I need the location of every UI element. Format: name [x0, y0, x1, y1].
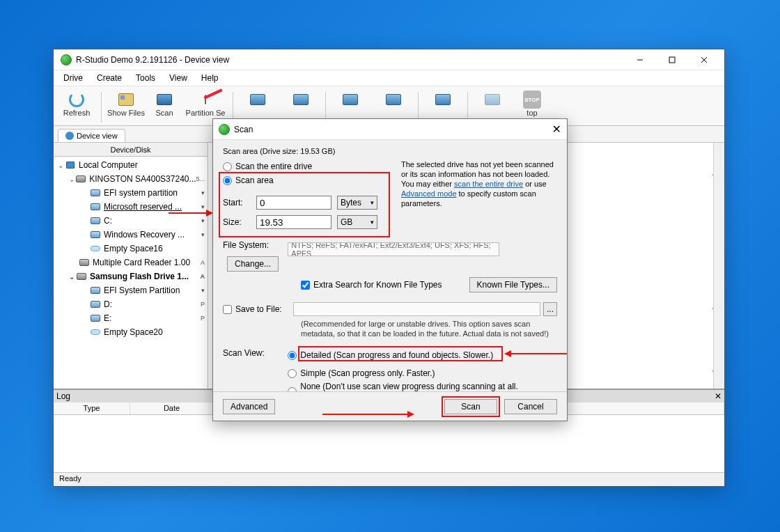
maximize-button[interactable]	[656, 49, 688, 70]
toolbar-scan[interactable]: Scan	[150, 89, 178, 117]
drive-icon	[293, 94, 309, 105]
volume-icon	[91, 287, 100, 294]
start-label: Start:	[223, 198, 251, 208]
network-icon	[435, 94, 451, 105]
scan-button[interactable]: Scan	[444, 399, 497, 414]
link-advanced-mode[interactable]: Advanced mode	[401, 189, 457, 198]
computer-icon	[66, 162, 75, 169]
save-to-file-checkbox[interactable]	[223, 305, 232, 314]
properties-scrollbar[interactable]	[713, 143, 724, 389]
toolbar-stop[interactable]: STOP top	[517, 89, 547, 117]
volume-icon	[91, 217, 100, 224]
dialog-titlebar: Scan ✕	[213, 119, 567, 140]
drive-icon	[343, 94, 358, 105]
node-microsoft-reserved[interactable]: Microsoft reserved ...	[104, 202, 182, 212]
radio-view-none[interactable]: None (Don't use scan view progress durin…	[288, 384, 552, 391]
log-col-type[interactable]: Type	[54, 402, 130, 414]
raid-icon	[386, 94, 401, 105]
toolbar-create-image[interactable]	[239, 89, 276, 117]
volume-icon	[91, 231, 100, 238]
tree-panel: Device/Disk ⌄Local Computer ⌄KINGSTON SA…	[54, 143, 208, 389]
menu-create[interactable]: Create	[91, 72, 127, 84]
drive-icon	[485, 94, 500, 105]
toolbar-create-region[interactable]	[332, 89, 369, 117]
node-card-reader[interactable]: Multiple Card Reader 1.00	[93, 258, 190, 267]
close-button[interactable]	[688, 49, 720, 70]
log-col-date[interactable]: Date	[130, 402, 214, 414]
dialog-footer: Advanced Scan Cancel	[213, 391, 567, 421]
toolbar-partition-label: Partition Se	[186, 109, 226, 117]
node-kingston[interactable]: KINGSTON SA400S37240...	[89, 174, 196, 184]
radio-view-simple[interactable]: Simple (Scan progress only. Faster.)	[288, 366, 552, 380]
disk-icon	[77, 273, 86, 280]
tree-header: Device/Disk	[54, 143, 208, 157]
size-input[interactable]	[256, 215, 332, 229]
node-windows-recovery[interactable]: Windows Recovery ...	[104, 230, 185, 240]
node-drive-e[interactable]: E:	[104, 313, 111, 323]
radio-scan-area[interactable]: Scan area	[223, 173, 389, 187]
minimize-button[interactable]	[624, 49, 656, 70]
node-empty-16[interactable]: Empty Space16	[104, 244, 163, 253]
toolbar-remove[interactable]	[474, 89, 511, 117]
toolbar-raid[interactable]	[375, 89, 412, 117]
menu-help[interactable]: Help	[196, 72, 224, 84]
save-to-file-label: Save to File:	[235, 304, 282, 314]
node-drive-c[interactable]: C:	[104, 216, 112, 226]
toolbar-show-files[interactable]: Show Files	[107, 89, 145, 117]
menubar: Drive Create Tools View Help	[54, 70, 724, 86]
browse-button[interactable]: ...	[543, 302, 557, 316]
size-unit-combo[interactable]: GB	[337, 215, 377, 229]
node-local-computer[interactable]: Local Computer	[79, 160, 138, 170]
node-samsung-flash[interactable]: Samsung Flash Drive 1...	[90, 272, 189, 281]
toolbar-connect[interactable]	[424, 89, 462, 117]
volume-icon	[91, 315, 100, 322]
start-input[interactable]	[256, 196, 332, 210]
device-tree[interactable]: ⌄Local Computer ⌄KINGSTON SA400S37240...…	[54, 157, 208, 389]
advanced-button[interactable]: Advanced	[223, 399, 275, 414]
titlebar: R-Studio Demo 9.2.191126 - Device view	[54, 49, 724, 70]
toolbar-partition-search[interactable]: Partition Se	[184, 89, 227, 117]
node-drive-d[interactable]: D:	[104, 299, 112, 309]
scan-info-text: The selected drive has not yet been scan…	[401, 159, 557, 230]
dialog-close-button[interactable]: ✕	[552, 123, 561, 136]
stop-icon: STOP	[523, 91, 541, 109]
annotation-arrow	[506, 353, 567, 354]
change-button[interactable]: Change...	[227, 256, 279, 272]
app-icon	[61, 54, 72, 65]
start-unit-combo[interactable]: Bytes	[337, 196, 377, 210]
scan-view-label: Scan View:	[223, 348, 286, 358]
toolbar-stop-label: top	[526, 109, 537, 117]
save-path-input[interactable]	[293, 302, 540, 316]
menu-tools[interactable]: Tools	[130, 72, 161, 84]
node-efi-system-2[interactable]: EFI System Partition	[104, 285, 180, 295]
menu-drive[interactable]: Drive	[58, 72, 88, 84]
show-files-icon	[118, 93, 134, 106]
annotation-arrow	[169, 212, 212, 214]
size-label: Size:	[223, 217, 251, 227]
toolbar-refresh-label: Refresh	[63, 109, 91, 117]
node-efi-system[interactable]: EFI system partition	[104, 188, 178, 198]
extra-search-checkbox[interactable]	[301, 281, 310, 290]
radio-scan-entire[interactable]: Scan the entire drive	[223, 159, 389, 173]
radio-view-detailed[interactable]: Detailed (Scan progress and found object…	[288, 348, 552, 362]
toolbar-open-image[interactable]	[282, 89, 320, 117]
scan-area-group-label: Scan area (Drive size: 19.53 GB)	[223, 147, 557, 155]
dialog-app-icon	[219, 124, 230, 135]
tab-device-view-label: Device view	[77, 132, 118, 140]
log-close-icon[interactable]: ✕	[715, 391, 722, 401]
filesystem-list: NTFS; ReFS; FAT/exFAT; Ext2/Ext3/Ext4; U…	[288, 242, 499, 256]
empty-space-icon	[91, 329, 100, 335]
menu-view[interactable]: View	[164, 72, 193, 84]
window-title: R-Studio Demo 9.2.191126 - Device view	[76, 55, 229, 65]
drive-icon	[250, 94, 265, 105]
node-empty-20[interactable]: Empty Space20	[104, 327, 163, 337]
toolbar-refresh[interactable]: Refresh	[58, 89, 95, 117]
known-file-types-button[interactable]: Known File Types...	[469, 277, 558, 292]
scan-icon	[157, 94, 172, 105]
extra-search-label: Extra Search for Known File Types	[313, 280, 442, 290]
tab-device-view[interactable]: Device view	[58, 129, 125, 142]
volume-icon	[91, 301, 100, 308]
cancel-button[interactable]: Cancel	[504, 399, 557, 414]
volume-icon	[91, 203, 100, 210]
link-scan-entire[interactable]: scan the entire drive	[454, 180, 523, 188]
